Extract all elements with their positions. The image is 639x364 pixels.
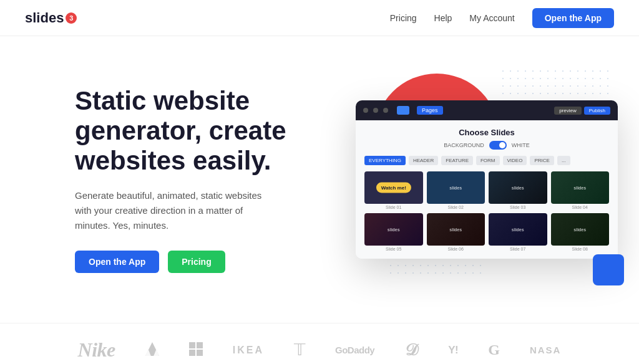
slide-item-4: slides Slide 04 (551, 171, 610, 209)
hero-left: Static website generator, create website… (75, 86, 337, 274)
hero-pricing-button[interactable]: Pricing (168, 251, 225, 273)
hero-right: Pages preview Publish Choose Slides BACK… (337, 61, 618, 298)
hero-subtitle: Generate beautiful, animated, static web… (75, 188, 275, 233)
slide-label-2: Slide 02 (427, 205, 485, 209)
slide-thumb-5[interactable]: slides (364, 213, 423, 246)
slide-item-1: slides Watch me! Slide 01 (364, 171, 423, 209)
nav-account[interactable]: My Account (469, 13, 514, 23)
slide-label-7: Slide 07 (489, 247, 547, 251)
svg-rect-6 (197, 350, 203, 356)
slide-item-8: slides Slide 08 (551, 213, 610, 251)
slide-thumb-inner-7: slides (489, 213, 547, 246)
filter-video[interactable]: VIDEO (503, 156, 527, 165)
slide-thumb-inner-2: slides (427, 171, 485, 204)
logo-badge: 3 (66, 12, 77, 24)
filter-everything[interactable]: EVERYTHING (364, 156, 406, 165)
slide-item-3: slides Slide 03 (489, 171, 547, 209)
brand-disney: 𝒟 (404, 341, 418, 360)
titlebar-preview-btn[interactable]: preview (554, 107, 582, 115)
slide-item-7: slides Slide 07 (489, 213, 547, 251)
slide-item-6: slides Slide 06 (427, 213, 485, 251)
slide-thumb-inner-6: slides (427, 213, 485, 246)
brand-ikea: IKEA (233, 345, 264, 356)
nav-help[interactable]: Help (434, 13, 452, 23)
app-modal-title: Choose Slides (364, 128, 609, 137)
brands-bar: Nike IKEA 𝕋 GoDaddy 𝒟 Y! G NASA (0, 323, 639, 364)
filter-form[interactable]: FORM (476, 156, 500, 165)
svg-rect-4 (197, 342, 203, 348)
background-toggle[interactable] (489, 141, 507, 150)
brand-godaddy: GoDaddy (335, 345, 374, 355)
watch-me-badge: Watch me! (376, 183, 411, 193)
app-titlebar: Pages preview Publish (356, 100, 618, 120)
svg-rect-3 (189, 342, 195, 348)
hero-section: Static website generator, create website… (0, 36, 639, 323)
brand-yahoo: Y! (448, 344, 458, 357)
logo-text: slides (25, 10, 64, 26)
hero-open-app-button[interactable]: Open the App (75, 251, 159, 273)
brand-adobe (145, 342, 159, 358)
slides-grid: slides Watch me! Slide 01 slides Slide 0… (364, 171, 609, 251)
slide-label-5: Slide 05 (364, 247, 423, 251)
hero-title: Static website generator, create website… (75, 86, 337, 176)
app-body: Choose Slides BACKGROUND WHITE EVERYTHIN… (356, 120, 618, 259)
brand-nike: Nike (78, 338, 115, 362)
nav-links: Pricing Help My Account Open the App (390, 8, 614, 28)
titlebar-publish-btn[interactable]: Publish (584, 107, 610, 115)
brand-tmobile: 𝕋 (294, 340, 305, 360)
titlebar-logo (397, 106, 409, 115)
brand-google: G (488, 342, 500, 358)
slide-label-4: Slide 04 (551, 205, 610, 209)
navbar: slides3 Pricing Help My Account Open the… (0, 0, 639, 36)
nav-open-app-button[interactable]: Open the App (532, 8, 614, 28)
slide-label-1: Slide 01 (364, 205, 423, 209)
app-window: Pages preview Publish Choose Slides BACK… (356, 100, 618, 259)
app-filter-bar: EVERYTHING HEADER FEATURE FORM VIDEO PRI… (364, 156, 609, 165)
titlebar-dot-1 (363, 108, 368, 113)
slide-thumb-3[interactable]: slides (489, 171, 547, 204)
filter-feature[interactable]: FEATURE (441, 156, 473, 165)
slide-label-6: Slide 06 (427, 247, 485, 251)
slide-thumb-7[interactable]: slides (489, 213, 547, 246)
nav-pricing[interactable]: Pricing (390, 13, 417, 23)
slide-thumb-6[interactable]: slides (427, 213, 485, 246)
titlebar-tab: Pages (417, 106, 443, 115)
slide-thumb-1[interactable]: slides Watch me! (364, 171, 423, 204)
blue-square-decoration (593, 254, 624, 285)
slide-item-2: slides Slide 02 (427, 171, 485, 209)
slide-thumb-inner-4: slides (551, 171, 610, 204)
slide-thumb-inner-3: slides (489, 171, 547, 204)
titlebar-dot-2 (373, 108, 378, 113)
logo[interactable]: slides3 (25, 10, 77, 26)
titlebar-btns: preview Publish (554, 107, 610, 115)
brand-nasa: NASA (530, 345, 562, 355)
slide-label-3: Slide 03 (489, 205, 547, 209)
brand-microsoft (189, 342, 203, 358)
titlebar-dot-3 (383, 108, 388, 113)
slide-label-8: Slide 08 (551, 247, 610, 251)
filter-more[interactable]: ... (557, 156, 570, 165)
slide-thumb-inner-8: slides (551, 213, 610, 246)
toggle-label-left: BACKGROUND (444, 142, 484, 148)
filter-header[interactable]: HEADER (409, 156, 438, 165)
slide-thumb-inner-5: slides (364, 213, 423, 246)
hero-buttons: Open the App Pricing (75, 251, 337, 273)
toggle-label-right: WHITE (512, 142, 530, 148)
slide-item-5: slides Slide 05 (364, 213, 423, 251)
slide-thumb-4[interactable]: slides (551, 171, 610, 204)
svg-rect-5 (189, 350, 195, 356)
app-toggle-row: BACKGROUND WHITE (364, 141, 609, 150)
slide-thumb-8[interactable]: slides (551, 213, 610, 246)
slide-thumb-2[interactable]: slides (427, 171, 485, 204)
filter-price[interactable]: PRICE (530, 156, 554, 165)
